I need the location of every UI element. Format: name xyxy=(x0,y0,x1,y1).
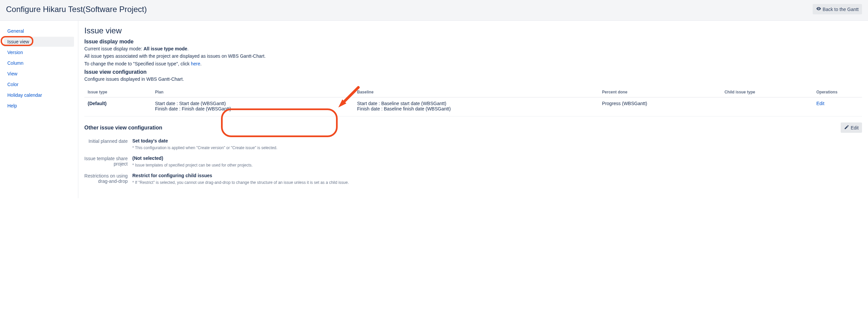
kv-label: Issue template share project xyxy=(84,156,128,166)
sidebar-item-color[interactable]: Color xyxy=(4,79,74,89)
pencil-icon xyxy=(844,125,849,131)
cell-operations: Edit xyxy=(813,98,862,116)
kv-hint: * If "Restrict" is selected, you cannot … xyxy=(132,180,862,185)
issue-display-mode-title: Issue display mode xyxy=(84,39,862,45)
col-baseline: Baseline xyxy=(354,87,599,98)
issue-display-mode-line3: To change the mode to "Specified issue t… xyxy=(84,60,862,67)
sidebar-item-general[interactable]: General xyxy=(4,26,74,36)
baseline-finish: Finish date : Baseline finish date (WBSG… xyxy=(357,106,595,111)
content: Issue view Issue display mode Current is… xyxy=(78,21,868,198)
sidebar-item-version[interactable]: Version xyxy=(4,47,74,57)
current-mode-prefix: Current issue display mode: xyxy=(84,46,143,51)
row-edit-link[interactable]: Edit xyxy=(816,101,824,106)
issue-view-heading: Issue view xyxy=(84,26,862,35)
plan-finish: Finish date : Finish date (WBSGantt) xyxy=(155,106,350,111)
kv-issue-template-share-project: Issue template share project (Not select… xyxy=(84,156,862,167)
change-mode-here-link[interactable]: here xyxy=(191,61,200,66)
col-operations: Operations xyxy=(813,87,862,98)
plan-start: Start date : Start date (WBSGantt) xyxy=(155,101,350,106)
cell-plan: Start date : Start date (WBSGantt) Finis… xyxy=(152,98,354,116)
col-issue-type: Issue type xyxy=(84,87,152,98)
header: Configure Hikaru Test(Software Project) … xyxy=(0,0,868,21)
kv-hint: * Issue templates of specified project c… xyxy=(132,163,862,167)
baseline-start: Start date : Baseline start date (WBSGan… xyxy=(357,101,595,106)
other-config-edit-button[interactable]: Edit xyxy=(841,122,862,133)
issue-view-config-desc: Configure issues displayed in WBS Gantt-… xyxy=(84,76,862,82)
eye-icon xyxy=(816,6,822,12)
other-edit-label: Edit xyxy=(851,125,859,131)
issue-config-table: Issue type Plan Baseline Percent done Ch… xyxy=(84,87,862,116)
issue-display-mode-current: Current issue display mode: All issue ty… xyxy=(84,45,862,52)
cell-issue-type: (Default) xyxy=(84,98,152,116)
sidebar-item-column[interactable]: Column xyxy=(4,58,74,68)
cell-baseline: Start date : Baseline start date (WBSGan… xyxy=(354,98,599,116)
col-child-issue-type: Child issue type xyxy=(721,87,813,98)
table-header-row: Issue type Plan Baseline Percent done Ch… xyxy=(84,87,862,98)
issue-display-mode-line2: All issue types associated with the proj… xyxy=(84,53,862,59)
issue-view-config-title: Issue view configuration xyxy=(84,69,862,75)
sidebar-item-holiday-calendar[interactable]: Holiday calendar xyxy=(4,90,74,100)
cell-child-issue-type xyxy=(721,98,813,116)
kv-hint: * This configuration is applied when "Cr… xyxy=(132,145,862,150)
current-mode-value: All issue type mode xyxy=(143,46,187,51)
sidebar: General Issue view Version Column View C… xyxy=(0,21,78,198)
back-to-gantt-button[interactable]: Back to the Gantt xyxy=(813,4,862,15)
cell-percent-done: Progress (WBSGantt) xyxy=(599,98,721,116)
page-title: Configure Hikaru Test(Software Project) xyxy=(6,5,147,14)
kv-restrictions-drag-drop: Restrictions on using drag-and-drop Rest… xyxy=(84,173,862,185)
sidebar-item-view[interactable]: View xyxy=(4,69,74,79)
kv-label: Initial planned date xyxy=(84,138,128,144)
sidebar-item-issue-view[interactable]: Issue view xyxy=(4,37,74,47)
sidebar-item-help[interactable]: Help xyxy=(4,101,74,111)
line3-suffix: . xyxy=(200,61,202,66)
kv-label: Restrictions on using drag-and-drop xyxy=(84,173,128,184)
col-plan: Plan xyxy=(152,87,354,98)
kv-value: Restrict for configuring child issues xyxy=(132,173,862,178)
other-config-title: Other issue view configuration xyxy=(84,125,162,131)
current-mode-suffix: . xyxy=(187,46,189,51)
back-to-gantt-label: Back to the Gantt xyxy=(823,7,859,12)
kv-value: Set today's date xyxy=(132,138,862,143)
col-percent-done: Percent done xyxy=(599,87,721,98)
kv-value: (Not selected) xyxy=(132,156,862,161)
kv-initial-planned-date: Initial planned date Set today's date * … xyxy=(84,138,862,150)
table-row: (Default) Start date : Start date (WBSGa… xyxy=(84,98,862,116)
line3-prefix: To change the mode to "Specified issue t… xyxy=(84,61,191,66)
